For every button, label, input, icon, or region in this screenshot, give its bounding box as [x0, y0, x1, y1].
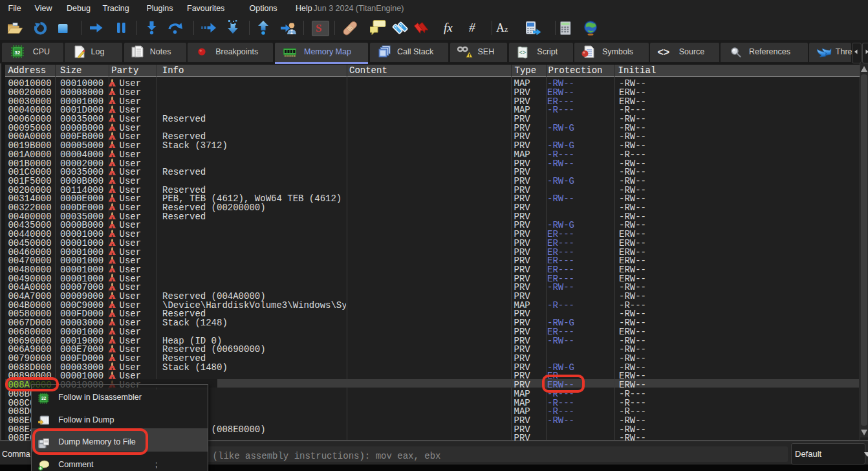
- svg-text:32: 32: [41, 396, 47, 400]
- svg-text:<>: <>: [519, 50, 526, 56]
- svg-text:32: 32: [14, 50, 20, 56]
